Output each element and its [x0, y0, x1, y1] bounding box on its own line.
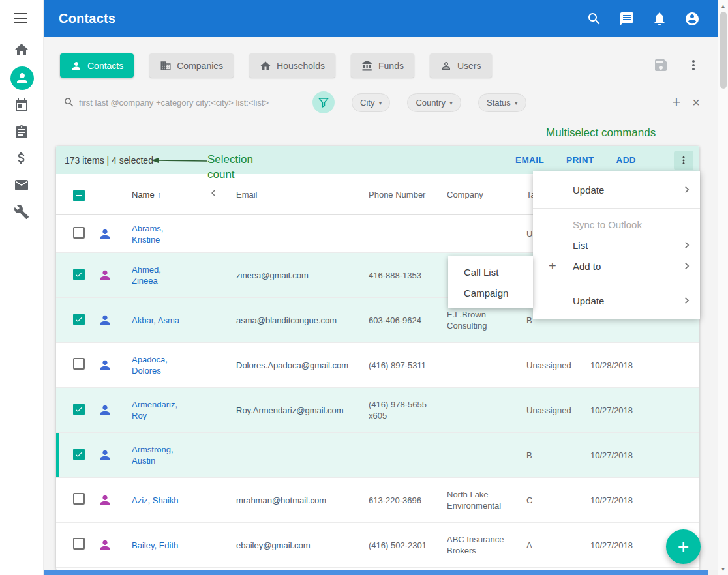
scroll-down-arrow[interactable]: ▼ — [718, 565, 728, 574]
left-sidebar — [0, 0, 44, 575]
submenu-item[interactable]: Call List — [448, 261, 533, 282]
more-options-icon[interactable] — [686, 57, 701, 73]
horizontal-scroll-thumb[interactable] — [44, 570, 708, 575]
person-avatar-icon — [98, 268, 112, 282]
home-icon — [260, 60, 271, 72]
column-header-phone[interactable]: Phone Number — [369, 190, 425, 199]
row-checkbox[interactable] — [73, 449, 85, 460]
chevron-right-icon — [680, 183, 693, 196]
chip-label: Country — [416, 98, 446, 108]
contact-name-link[interactable]: Abrams, Kristine — [132, 223, 188, 245]
contact-name-link[interactable]: Ahmed, Zineea — [132, 264, 188, 286]
email-cell: ebailey@gmail.com — [226, 540, 358, 551]
avatar-cell — [89, 448, 121, 462]
tab-households[interactable]: Households — [249, 53, 335, 78]
contact-name-link[interactable]: Apadoca, Dolores — [132, 354, 188, 376]
sidebar-item-email[interactable] — [14, 177, 29, 193]
row-checkbox[interactable] — [73, 269, 85, 280]
contact-name-link[interactable]: Aziz, Shaikh — [132, 495, 179, 506]
menu-divider — [533, 208, 700, 209]
name-cell: Armendariz, Roy — [121, 399, 197, 421]
row-checkbox[interactable] — [73, 227, 85, 239]
menu-item-label: Sync to Outlook — [573, 219, 642, 230]
add-contact-fab[interactable]: + — [666, 529, 701, 564]
row-checkbox[interactable] — [73, 358, 85, 370]
chat-icon[interactable] — [619, 11, 635, 27]
avatar-cell — [89, 268, 121, 282]
scroll-up-arrow[interactable]: ▲ — [718, 1, 728, 10]
collapse-column-icon[interactable] — [207, 187, 219, 199]
vertical-scrollbar[interactable]: ▲ ▼ — [718, 0, 728, 575]
menu-item[interactable]: Update — [533, 288, 700, 314]
sidebar-item-contacts[interactable] — [10, 66, 34, 90]
table-row[interactable]: Apadoca, DoloresDolores.Apadoca@gmail.co… — [56, 343, 699, 388]
column-header-email[interactable]: Email — [236, 190, 258, 199]
tab-contacts[interactable]: Contacts — [60, 53, 134, 78]
table-row[interactable]: Aziz, Shaikhmrahman@hotmail.com613-220-3… — [56, 478, 699, 523]
column-header-company[interactable]: Company — [447, 190, 483, 199]
save-icon[interactable] — [653, 57, 669, 73]
home-icon — [14, 42, 29, 57]
table-row[interactable]: Armstrong, AustinB10/27/2018 — [56, 433, 699, 478]
row-checkbox[interactable] — [73, 538, 85, 550]
multiselect-actions: EMAIL PRINT ADD — [515, 151, 693, 170]
tab-funds[interactable]: Funds — [351, 53, 414, 78]
print-button[interactable]: PRINT — [566, 155, 594, 165]
avatar-cell — [89, 403, 121, 417]
row-checkbox[interactable] — [73, 493, 85, 505]
account-icon[interactable] — [684, 11, 700, 27]
row-checkbox[interactable] — [73, 314, 85, 325]
submenu-item[interactable]: Campaign — [448, 282, 533, 303]
contact-name-link[interactable]: Armendariz, Roy — [132, 399, 188, 421]
table-row[interactable]: Armendariz, RoyRoy.Armendariz@gmail.com(… — [56, 388, 699, 433]
table-row[interactable]: Bailey, Edithebailey@gmail.com(416) 502-… — [56, 523, 699, 568]
sidebar-item-activities[interactable] — [14, 125, 29, 140]
hamburger-menu-icon[interactable] — [14, 13, 27, 23]
contact-name-link[interactable]: Armstrong, Austin — [132, 444, 188, 466]
date-cell: 10/28/2018 — [580, 360, 699, 371]
filter-chip-country[interactable]: Country▾ — [407, 93, 461, 112]
filter-chip-status[interactable]: Status▾ — [478, 93, 526, 112]
row-checkbox[interactable] — [73, 404, 85, 415]
horizontal-scrollbar[interactable] — [44, 570, 718, 575]
checkbox-cell — [56, 227, 89, 241]
sidebar-item-opportunities[interactable] — [14, 150, 29, 166]
checkbox-cell — [56, 314, 89, 327]
add-button[interactable]: ADD — [616, 155, 636, 165]
search-icon[interactable] — [586, 11, 602, 27]
notifications-icon[interactable] — [652, 11, 667, 27]
phone-cell: (416) 978-5655 x605 — [358, 399, 436, 421]
phone-cell: 613-220-3696 — [358, 495, 436, 506]
menu-item[interactable]: List — [533, 235, 700, 256]
phone-cell: 416-888-1353 — [358, 270, 436, 281]
column-header-name[interactable]: Name↑ — [132, 189, 161, 200]
sidebar-item-calendar[interactable] — [14, 98, 29, 113]
person-avatar-icon — [98, 358, 112, 372]
vertical-scroll-thumb[interactable] — [720, 12, 727, 89]
checkmark-icon — [74, 270, 83, 279]
filter-chip-city[interactable]: City▾ — [352, 93, 390, 112]
filter-button[interactable] — [312, 91, 335, 113]
tab-companies[interactable]: Companies — [149, 53, 234, 78]
contact-name-link[interactable]: Bailey, Edith — [132, 540, 178, 551]
clear-search-icon[interactable]: × — [692, 96, 700, 109]
email-button[interactable]: EMAIL — [515, 155, 544, 165]
sidebar-item-tools[interactable] — [14, 204, 29, 220]
name-cell: Ahmed, Zineea — [121, 264, 197, 286]
chevron-down-icon: ▾ — [449, 99, 453, 106]
search-input[interactable] — [79, 98, 312, 108]
contact-name-link[interactable]: Akbar, Asma — [132, 315, 179, 326]
phone-cell: 603-406-9624 — [358, 315, 436, 326]
menu-item[interactable]: Update — [533, 177, 700, 203]
search-bar: City▾ Country▾ Status▾ + × — [63, 91, 700, 113]
more-actions-button[interactable] — [674, 151, 693, 170]
tag-cell: Unassigned — [516, 360, 580, 371]
menu-item[interactable]: +Add to — [533, 256, 700, 276]
person-avatar-icon — [98, 403, 112, 417]
tag-cell: B — [516, 450, 580, 461]
sidebar-item-home[interactable] — [14, 42, 29, 57]
add-filter-icon[interactable]: + — [672, 95, 680, 110]
tab-label: Contacts — [87, 61, 123, 71]
tab-users[interactable]: Users — [430, 53, 492, 78]
select-all-checkbox[interactable] — [73, 190, 85, 201]
